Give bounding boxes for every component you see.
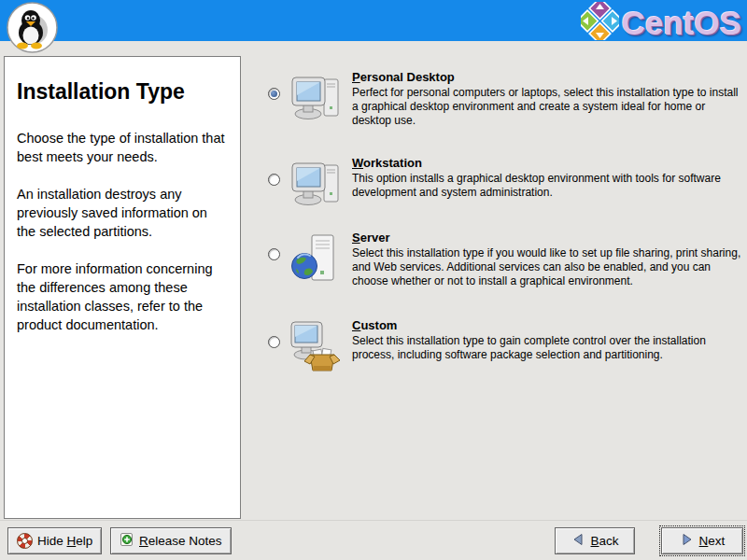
help-paragraph: Choose the type of installation that bes… — [17, 129, 228, 166]
server-globe-icon — [289, 233, 344, 286]
hide-help-label: Hide Help — [37, 534, 92, 548]
release-notes-icon — [120, 532, 134, 550]
next-label: Next — [699, 534, 726, 548]
centos-logo: CentOS — [581, 2, 741, 44]
option-description: Select this installation type to gain co… — [352, 334, 744, 362]
option-server[interactable]: Server Select this installation type if … — [268, 231, 744, 288]
lifebuoy-icon — [17, 533, 33, 549]
radio-workstation[interactable] — [268, 174, 280, 186]
release-notes-button[interactable]: Release Notes — [110, 527, 232, 554]
brand-wordmark: CentOS — [622, 5, 741, 42]
help-paragraph: An installation destroys any previously … — [17, 185, 228, 241]
option-description: Select this installation type if you wou… — [352, 246, 744, 288]
tux-logo — [7, 2, 58, 53]
page-title: Installation Type — [17, 79, 228, 105]
back-arrow-icon — [571, 532, 585, 550]
next-arrow-icon — [680, 532, 695, 550]
desktop-computer-icon — [289, 159, 344, 211]
hide-help-button[interactable]: Hide Help — [7, 527, 102, 554]
option-custom[interactable]: Custom Select this installation type to … — [268, 318, 744, 373]
option-description: Perfect for personal computers or laptop… — [352, 86, 744, 128]
desktop-computer-icon — [289, 73, 344, 125]
option-title: Workstation — [352, 156, 744, 170]
centos-pinwheel-icon — [581, 2, 619, 44]
back-button[interactable]: Back — [555, 527, 635, 554]
option-description: This option installs a graphical desktop… — [352, 172, 744, 200]
radio-personal-desktop[interactable] — [268, 88, 280, 100]
back-label: Back — [590, 534, 618, 548]
radio-custom[interactable] — [268, 336, 280, 348]
option-title: Custom — [352, 318, 744, 332]
footer-separator — [0, 520, 747, 521]
help-panel: Installation Type Choose the type of ins… — [4, 56, 241, 519]
release-notes-label: Release Notes — [139, 534, 222, 548]
custom-package-icon — [289, 321, 344, 373]
option-workstation[interactable]: Workstation This option installs a graph… — [268, 156, 744, 211]
option-title: Personal Desktop — [352, 70, 744, 84]
next-button[interactable]: Next — [661, 527, 743, 554]
option-title: Server — [352, 231, 744, 245]
option-personal-desktop[interactable]: Personal Desktop Perfect for personal co… — [268, 70, 744, 128]
help-paragraph: For more information concerning the diff… — [17, 259, 228, 334]
radio-server[interactable] — [268, 248, 280, 260]
